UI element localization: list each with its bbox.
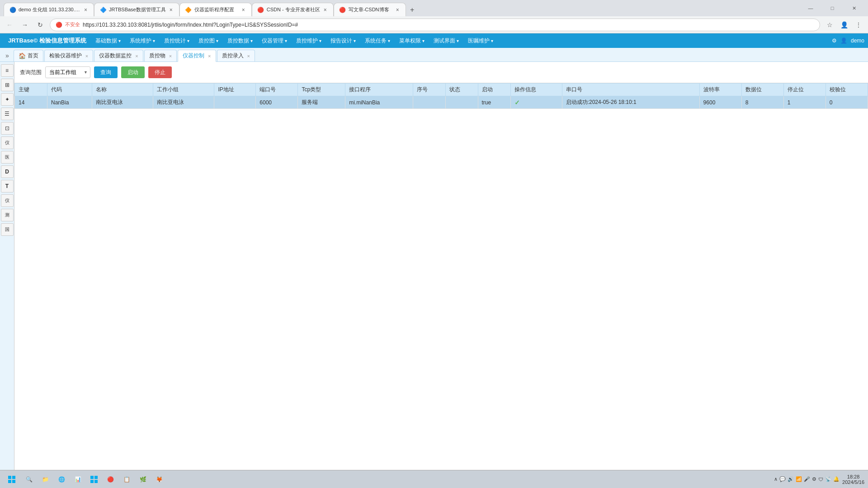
table-header-row: 主键 代码 名称 工作小组 IP地址 端口号 Tcp类型 接口程序 序号 状态 … — [15, 84, 868, 96]
chevron-down-icon: ▾ — [153, 38, 155, 43]
sidebar-icon-menu[interactable]: ≡ — [1, 64, 14, 77]
sidebar-icon-grid[interactable]: ⊞ — [1, 79, 14, 91]
sidebar-icon-data[interactable]: D — [1, 165, 14, 178]
page-tab-qc-entry[interactable]: 质控录入 × — [217, 50, 255, 61]
tray-expand[interactable]: ∧ — [774, 476, 778, 482]
tab-1-close[interactable]: × — [83, 6, 88, 14]
tab-2-close[interactable]: × — [169, 6, 174, 14]
close-tab-qc-entry[interactable]: × — [247, 53, 250, 59]
sidebar-icon-star[interactable]: ✦ — [1, 93, 14, 106]
tab-2-favicon: 🔷 — [100, 7, 106, 13]
menu-items: 基础数据 ▾ 系统维护 ▾ 质控统计 ▾ 质控图 ▾ 质控数据 ▾ — [91, 33, 498, 48]
browser-tab-5[interactable]: 🔴 写文章-CSDN博客 × — [334, 3, 406, 16]
page-tab-instrument-control[interactable]: 仪器控制 × — [178, 50, 216, 62]
query-button[interactable]: 查询 — [94, 66, 118, 78]
tray-icon-battery: 🔔 — [833, 476, 840, 482]
table-row[interactable]: 14 NanBia 南比亚电泳 南比亚电泳 6000 服务端 mi.miNanB… — [15, 96, 868, 109]
close-tab-instrument-monitor[interactable]: × — [135, 53, 138, 59]
page-tab-qc-material[interactable]: 质控物 × — [144, 50, 177, 61]
sidebar-icon-medical[interactable]: 医 — [1, 151, 14, 164]
new-tab-button[interactable]: + — [406, 4, 419, 16]
sidebar-icon-measure[interactable]: 测 — [1, 209, 14, 221]
bookmark-button[interactable]: ☆ — [824, 19, 835, 31]
menu-qc-stats[interactable]: 质控统计 ▾ — [160, 33, 194, 48]
menu-qc-maintenance[interactable]: 质控维护 ▾ — [292, 33, 326, 48]
browser-tab-1[interactable]: 🔵 demo 生化组 101.33.230.103 × — [4, 3, 94, 16]
start-button[interactable]: 启动 — [121, 66, 145, 78]
profile-button[interactable]: 👤 — [838, 19, 850, 31]
tab-4-close[interactable]: × — [323, 6, 328, 14]
tray-icon-network: 🔊 — [788, 476, 794, 482]
tabs-expand-icon[interactable]: » — [4, 50, 11, 61]
tab-3-close[interactable]: × — [241, 6, 246, 14]
cell-seq — [413, 96, 445, 109]
back-button[interactable]: ← — [4, 19, 15, 31]
taskbar-edge[interactable]: 🌐 — [54, 472, 69, 487]
menu-report-design[interactable]: 报告设计 ▾ — [326, 33, 360, 48]
page-tab-home[interactable]: 🏠 首页 — [14, 50, 43, 61]
browser-tabs: 🔵 demo 生化组 101.33.230.103 × 🔷 JRTBSBase数… — [4, 0, 798, 16]
check-mark-icon: ✓ — [514, 99, 520, 106]
close-tab-qc-material[interactable]: × — [169, 53, 172, 59]
taskbar-chrome[interactable]: 🔴 — [103, 472, 118, 487]
time-display[interactable]: 18:28 2024/5/16 — [842, 474, 864, 485]
col-header-operation: 操作信息 — [510, 84, 562, 96]
taskbar-windows[interactable] — [87, 472, 101, 487]
menu-basic-data[interactable]: 基础数据 ▾ — [91, 33, 125, 48]
refresh-button[interactable]: ↻ — [34, 19, 46, 31]
menu-system-maintenance[interactable]: 系统维护 ▾ — [125, 33, 160, 48]
menu-instrument-mgmt[interactable]: 仪器管理 ▾ — [257, 33, 292, 48]
menu-permissions[interactable]: 菜单权限 ▾ — [395, 33, 429, 48]
close-tab-instrument-control[interactable]: × — [208, 53, 211, 59]
filter-bar: 查询范围 当前工作组 查询 启动 停止 — [14, 62, 868, 83]
menu-medical-order[interactable]: 医嘱维护 ▾ — [463, 33, 498, 48]
chevron-down-icon: ▾ — [118, 38, 121, 43]
start-button-taskbar[interactable] — [4, 472, 20, 487]
browser-tab-3[interactable]: 🔶 仪器监听程序配置 × — [179, 3, 252, 16]
sidebar-icon-inst2[interactable]: 仪 — [1, 194, 14, 207]
tab-5-close[interactable]: × — [395, 6, 400, 14]
address-bar[interactable]: 🔴 不安全 https://101.33.230.103:8081/jrtlis… — [50, 19, 820, 31]
close-tab-instrument-maintenance[interactable]: × — [85, 53, 88, 59]
maximize-button[interactable]: □ — [822, 1, 843, 15]
tray-icon-wifi: 📡 — [825, 476, 831, 482]
tray-icon-mic: 🎤 — [804, 476, 810, 482]
sidebar-icon-list[interactable]: ☰ — [1, 108, 14, 120]
sidebar-icon-text[interactable]: T — [1, 180, 14, 192]
browser-titlebar: 🔵 demo 生化组 101.33.230.103 × 🔷 JRTBSBase数… — [0, 0, 868, 16]
taskbar-app4[interactable]: 🦊 — [152, 472, 166, 487]
taskbar-app3[interactable]: 🌿 — [136, 472, 150, 487]
forward-button[interactable]: → — [19, 19, 31, 31]
page-tab-instrument-maintenance[interactable]: 检验仪器维护 × — [44, 50, 93, 61]
clock-time: 18:28 — [842, 474, 864, 479]
sidebar-icon-nation[interactable]: 国 — [1, 223, 14, 236]
browser-tab-4[interactable]: 🔴 CSDN - 专业开发者社区 × — [252, 3, 334, 16]
browser-tab-2[interactable]: 🔷 JRTBSBase数据管理工具 × — [94, 3, 179, 16]
page-tab-instrument-monitor[interactable]: 仪器数据监控 × — [94, 50, 143, 61]
menu-qc-chart[interactable]: 质控图 ▾ — [194, 33, 223, 48]
stop-button[interactable]: 停止 — [148, 66, 172, 78]
tray-icon-volume: 📶 — [796, 476, 802, 482]
chevron-down-icon: ▾ — [250, 38, 253, 43]
menu-qc-data[interactable]: 质控数据 ▾ — [223, 33, 257, 48]
taskbar-search[interactable]: 🔍 — [22, 472, 36, 487]
tray-icon-settings: ⚙ — [812, 476, 816, 482]
close-button[interactable]: ✕ — [844, 1, 864, 15]
taskbar-files[interactable]: 📁 — [38, 472, 52, 487]
svg-rect-6 — [90, 480, 94, 483]
extensions-button[interactable]: ⋮ — [853, 19, 864, 31]
cell-code: NanBia — [47, 96, 92, 109]
col-header-port: 端口号 — [256, 84, 298, 96]
taskbar-app2[interactable]: 📋 — [119, 472, 134, 487]
menu-system-task[interactable]: 系统任务 ▾ — [360, 33, 395, 48]
chevron-down-icon: ▾ — [388, 38, 390, 43]
menu-test-interface[interactable]: 测试界面 ▾ — [429, 33, 463, 48]
sidebar-icon-box[interactable]: ⊡ — [1, 122, 14, 135]
taskbar-app1[interactable]: 📊 — [71, 472, 85, 487]
sidebar-icon-instrument[interactable]: 仪 — [1, 136, 14, 149]
workgroup-select[interactable]: 当前工作组 — [45, 66, 90, 78]
minimize-button[interactable]: — — [800, 1, 821, 15]
col-header-tcp: Tcp类型 — [298, 84, 345, 96]
home-icon: 🏠 — [19, 52, 26, 59]
settings-icon[interactable]: ⚙ — [832, 38, 837, 44]
